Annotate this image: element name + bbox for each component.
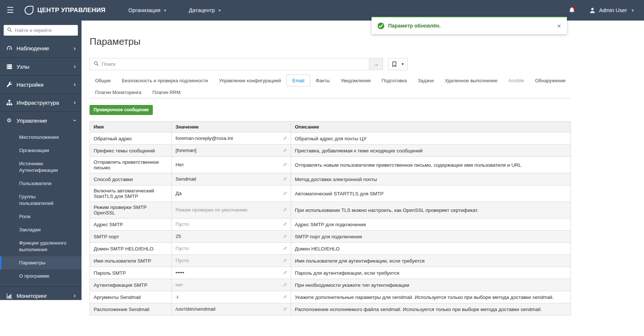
table-row: Домен SMTP HELO/EHLO Пусто ✎ Домен HELO/… — [90, 243, 571, 255]
edit-pencil-icon[interactable]: ✎ — [283, 222, 287, 227]
setting-value-cell: Пусто ✎ — [172, 255, 291, 267]
test-email-button[interactable]: Проверочное сообщение — [90, 105, 153, 115]
setting-name-cell: Обратный адрес — [90, 133, 172, 145]
search-input[interactable] — [102, 61, 365, 67]
user-menu[interactable]: Admin User ▾ — [589, 7, 634, 14]
notifications-button[interactable] — [568, 7, 576, 14]
sidebar-subitem-местоположения[interactable]: Местоположения — [0, 131, 82, 144]
sidebar-subitem-группы-пользователей[interactable]: Группы пользователей — [0, 190, 82, 210]
close-icon[interactable]: × — [557, 22, 561, 29]
edit-pencil-icon[interactable]: ✎ — [283, 307, 287, 312]
tab-общие[interactable]: Общие — [90, 75, 116, 86]
setting-value: 25 — [176, 234, 181, 239]
datacenter-menu[interactable]: Датацентр ▾ — [189, 7, 221, 13]
tab-удаленное-выполнение[interactable]: Удаленное выполнение — [439, 75, 503, 86]
setting-name-cell: Способ доставки — [90, 173, 172, 185]
tab-обнаружение[interactable]: Обнаружение — [529, 75, 571, 86]
sidebar-subitem-закладки[interactable]: Закладки — [0, 223, 82, 236]
setting-value: foreman-noreply@rosa.int — [176, 136, 233, 141]
sidebar-item-инфраструктура[interactable]: Инфраструктура › — [0, 93, 82, 111]
sitemap-icon — [6, 99, 12, 106]
edit-pencil-icon[interactable]: ✎ — [283, 162, 287, 167]
arrow-right-icon: → — [373, 61, 379, 68]
tab-ansible[interactable]: Ansible — [503, 75, 530, 86]
sidebar-subitem-о-программе[interactable]: О программе — [0, 270, 82, 283]
edit-pencil-icon[interactable]: ✎ — [283, 270, 287, 275]
caret-down-icon: ▾ — [218, 8, 221, 13]
sidebar-subitem-пользователи[interactable]: Пользователи — [0, 177, 82, 190]
tab-задачи[interactable]: Задачи — [412, 75, 439, 86]
tab-плагин-rrm[interactable]: Плагин RRM — [147, 86, 186, 98]
sidebar-item-настройки[interactable]: Настройки › — [0, 75, 82, 93]
table-row: Аргументы Sendmail -i ✎ Укажите дополнит… — [90, 291, 571, 303]
setting-value-cell: [foreman] ✎ — [172, 145, 291, 157]
page-title: Параметры — [90, 36, 571, 47]
search-submit-button[interactable]: → — [369, 58, 383, 70]
tab-уведомления[interactable]: Уведомления — [335, 75, 376, 86]
settings-table: ИмяЗначениеОписание Обратный адрес forem… — [90, 121, 571, 315]
chevron-down-icon: › — [72, 119, 77, 121]
sidebar-subitem-источники-аутентификации[interactable]: Источники Аутентификации — [0, 157, 82, 177]
setting-description-cell: Автоматический STARTTLS для SMTP — [291, 185, 571, 202]
setting-value-cell: Да ✎ — [172, 185, 291, 202]
tab-подготовка[interactable]: Подготовка — [376, 75, 412, 86]
tab-email[interactable]: Email — [286, 75, 310, 86]
bookmark-dropdown-button[interactable]: ▾ — [388, 58, 408, 70]
edit-pencil-icon[interactable]: ✎ — [283, 282, 287, 288]
setting-value: Да — [176, 191, 182, 196]
organization-menu[interactable]: Организация ▾ — [128, 7, 166, 13]
setting-description-cell: Отправлять новым пользователям приветств… — [291, 157, 571, 173]
chevron-right-icon: › — [74, 82, 76, 87]
sidebar-item-мониторинг[interactable]: Мониторинг › — [0, 286, 82, 304]
sidebar-item-узлы[interactable]: Узлы › — [0, 57, 82, 75]
setting-value-cell: Нет ✎ — [172, 157, 291, 173]
setting-value-cell: Sendmail ✎ — [172, 173, 291, 185]
edit-pencil-icon[interactable]: ✎ — [283, 148, 287, 153]
gear-icon: ⚙ — [6, 117, 12, 124]
app-logo-icon — [23, 5, 35, 16]
setting-name-cell: Режим проверки SMTP OpenSSL — [90, 202, 172, 218]
edit-pencil-icon[interactable]: ✎ — [283, 234, 287, 239]
edit-pencil-icon[interactable]: ✎ — [283, 258, 287, 263]
table-row: Обратный адрес foreman-noreply@rosa.int … — [90, 133, 571, 145]
sidebar-item-управление[interactable]: ⚙ Управление › — [0, 111, 82, 129]
edit-pencil-icon[interactable]: ✎ — [283, 191, 287, 196]
setting-value-cell: foreman-noreply@rosa.int ✎ — [172, 133, 291, 145]
setting-value: Пусто — [176, 258, 189, 263]
setting-value: Sendmail — [176, 176, 196, 182]
table-row: Пароль SMTP ••••• ✎ Пароль для аутентифи… — [90, 267, 571, 279]
settings-tabs: Общие Безопасность и проверка подлинност… — [90, 75, 571, 98]
edit-pencil-icon[interactable]: ✎ — [283, 246, 287, 251]
wrench-icon — [6, 81, 12, 88]
servers-icon — [6, 63, 12, 70]
edit-pencil-icon[interactable]: ✎ — [283, 136, 287, 141]
edit-pencil-icon[interactable]: ✎ — [283, 295, 287, 300]
sidebar-subitem-роли[interactable]: Роли — [0, 210, 82, 223]
tab-плагин-мониторинга[interactable]: Плагин Мониторинга — [90, 86, 147, 98]
setting-description-cell: Адрес SMTP для подключения — [291, 218, 571, 231]
tab-факты[interactable]: Факты — [310, 75, 335, 86]
tab-управление-конфигурацией[interactable]: Управление конфигурацией — [213, 75, 286, 86]
edit-pencil-icon[interactable]: ✎ — [283, 177, 287, 182]
setting-value-cell: Пусто ✎ — [172, 243, 291, 255]
sidebar: Наблюдение › Узлы › Настройки › Инфрастр… — [0, 21, 82, 300]
setting-description-cell: Приставка, добавляемая к теме исходящих … — [291, 145, 571, 157]
sidebar-subitem-организации[interactable]: Организации — [0, 144, 82, 157]
setting-description-cell: SMTP порт для подключения — [291, 231, 571, 243]
edit-pencil-icon[interactable]: ✎ — [283, 207, 287, 213]
setting-value: Пусто — [176, 221, 189, 227]
setting-value-cell: Режим проверки по умолчанию ✎ — [172, 202, 291, 218]
setting-name-cell: Имя пользователя SMTP — [90, 255, 172, 267]
table-row: Адрес SMTP Пусто ✎ Адрес SMTP для подклю… — [90, 218, 571, 231]
sidebar-item-наблюдение[interactable]: Наблюдение › — [0, 39, 82, 57]
setting-description-cell: Пароль для аутентификации, если требуетс… — [291, 267, 571, 279]
setting-value: Режим проверки по умолчанию — [176, 207, 247, 213]
tab-безопасность-и-проверка-подлинности[interactable]: Безопасность и проверка подлинности — [116, 75, 214, 86]
sidebar-search-input[interactable] — [15, 28, 75, 33]
table-row: Режим проверки SMTP OpenSSL Режим провер… — [90, 202, 571, 218]
caret-down-icon: ▾ — [632, 8, 634, 13]
sidebar-subitem-функции-удаленного-выполнения[interactable]: Функции удаленного выполнения — [0, 236, 82, 256]
hamburger-menu-icon[interactable]: ☰ — [7, 6, 14, 14]
setting-value: ••••• — [176, 270, 184, 275]
sidebar-subitem-параметры[interactable]: Параметры — [0, 256, 82, 270]
